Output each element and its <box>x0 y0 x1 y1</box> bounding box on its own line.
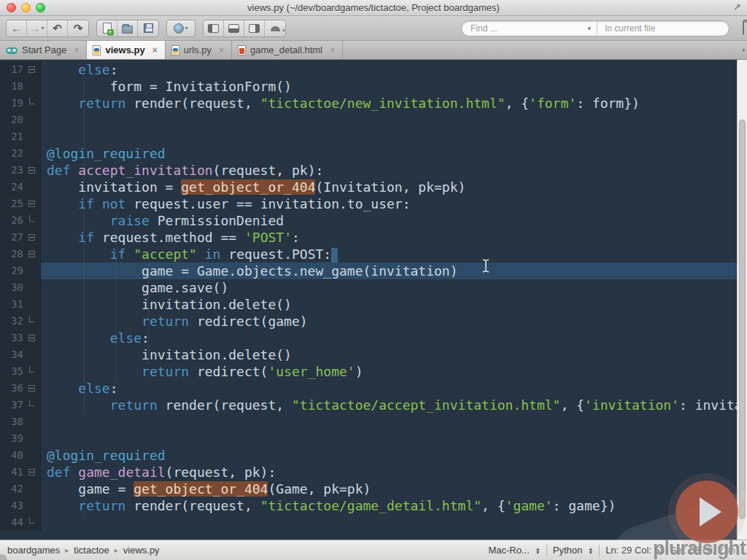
code-text[interactable]: def accept_invitation(request, pk): <box>41 162 737 179</box>
code-text[interactable]: if request.method == 'POST': <box>41 229 737 246</box>
code-text[interactable] <box>41 514 737 531</box>
code-text[interactable]: game = Game.objects.new_game(invitation) <box>41 262 737 279</box>
gutter[interactable]: 35 <box>0 363 41 380</box>
gutter[interactable]: 25 <box>0 195 41 212</box>
filetype-selector[interactable]: Python <box>553 545 582 556</box>
code-text[interactable]: return render(request, "tictactoe/accept… <box>41 397 737 413</box>
code-line[interactable]: 33 else: <box>0 330 737 346</box>
code-line[interactable]: 44 <box>0 514 737 531</box>
code-line[interactable]: 35 return redirect('user_home') <box>0 363 737 380</box>
gutter[interactable]: 22 <box>0 145 41 162</box>
open-button[interactable] <box>117 20 138 36</box>
gutter[interactable]: 29 <box>0 262 41 279</box>
gutter[interactable]: 44 <box>0 514 41 531</box>
tab-game-detail-html[interactable]: game_detail.html × <box>232 41 343 59</box>
scrollbar-track[interactable] <box>737 60 747 540</box>
find-scope-label[interactable]: In current file <box>597 23 655 34</box>
find-input[interactable]: Find ... ▾ <box>462 23 597 34</box>
code-area[interactable]: 17 else:18 form = InvitationForm()19 ret… <box>0 60 737 540</box>
stepper-icon[interactable]: ▲▼ <box>588 547 593 554</box>
code-text[interactable]: else: <box>41 61 737 78</box>
stepper-icon[interactable]: ▲▼ <box>535 547 541 554</box>
code-line[interactable]: 29 game = Game.objects.new_game(invitati… <box>0 262 737 279</box>
gutter[interactable]: 20 <box>0 112 41 128</box>
save-button[interactable] <box>138 20 158 36</box>
close-icon[interactable]: × <box>152 45 158 55</box>
gutter[interactable]: 36 <box>0 380 41 397</box>
hide-panels-button[interactable] <box>265 20 285 36</box>
open-in-browser-button[interactable]: ▾ <box>167 20 195 36</box>
gutter[interactable]: 28 <box>0 246 41 262</box>
scrollbar-thumb[interactable] <box>739 120 746 519</box>
code-editor[interactable]: 17 else:18 form = InvitationForm()19 ret… <box>0 60 747 540</box>
code-line[interactable]: 42 game = get_object_or_404(Game, pk=pk) <box>0 481 737 497</box>
code-text[interactable]: invitation = get_object_or_404(Invitatio… <box>41 179 737 195</box>
code-line[interactable]: 30 game.save() <box>0 279 737 296</box>
encoding-selector[interactable]: Mac-Ro... <box>488 545 529 556</box>
toggle-left-panel-button[interactable] <box>204 20 224 36</box>
gutter[interactable]: 19 <box>0 95 41 112</box>
redo-button[interactable]: ↷ <box>68 20 88 36</box>
gutter[interactable]: 18 <box>0 78 41 95</box>
code-text[interactable]: return render(request, "tictactoe/new_in… <box>41 95 737 112</box>
code-text[interactable]: return redirect('user_home') <box>41 363 737 380</box>
code-line[interactable]: 25 if not request.user == invitation.to_… <box>0 195 737 212</box>
code-text[interactable]: @login_required <box>41 447 737 464</box>
code-text[interactable]: invitation.delete() <box>41 346 737 363</box>
toggle-right-panel-button[interactable] <box>244 20 265 36</box>
code-line[interactable]: 43 return render(request, "tictactoe/gam… <box>0 497 737 514</box>
code-line[interactable]: 19 return render(request, "tictactoe/new… <box>0 95 737 112</box>
gutter[interactable]: 34 <box>0 346 41 363</box>
breadcrumb-item[interactable]: views.py <box>123 545 160 556</box>
gutter[interactable]: 24 <box>0 179 41 195</box>
toggle-bottom-panel-button[interactable] <box>224 20 244 36</box>
code-line[interactable]: 23def accept_invitation(request, pk): <box>0 162 737 179</box>
fold-marker[interactable] <box>23 251 39 257</box>
code-text[interactable]: else: <box>41 330 737 346</box>
code-text[interactable]: invitation.delete() <box>41 296 737 313</box>
undo-button[interactable]: ↶ <box>47 20 68 36</box>
code-line[interactable]: 24 invitation = get_object_or_404(Invita… <box>0 179 737 195</box>
code-line[interactable]: 18 form = InvitationForm() <box>0 78 737 95</box>
gutter[interactable]: 40 <box>0 447 41 464</box>
code-text[interactable]: raise PermissionDenied <box>41 212 737 229</box>
fold-marker[interactable] <box>23 469 39 475</box>
code-line[interactable]: 28 if "accept" in request.POST: <box>0 246 737 262</box>
breadcrumb-item[interactable]: tictactoe <box>74 545 109 556</box>
code-line[interactable]: 27 if request.method == 'POST': <box>0 229 737 246</box>
gutter[interactable]: 41 <box>0 464 41 481</box>
fold-marker[interactable] <box>23 234 39 241</box>
tab-views-py[interactable]: views.py × <box>87 41 165 59</box>
fold-marker[interactable] <box>23 167 39 174</box>
code-line[interactable]: 21 <box>0 128 737 145</box>
code-text[interactable]: if not request.user == invitation.to_use… <box>41 195 737 212</box>
code-line[interactable]: 20 <box>0 112 737 128</box>
code-text[interactable]: return render(request, "tictactoe/game_d… <box>41 497 737 514</box>
tab-urls-py[interactable]: urls.py × <box>166 41 232 59</box>
gutter[interactable]: 31 <box>0 296 41 313</box>
code-line[interactable]: 37 return render(request, "tictactoe/acc… <box>0 397 737 413</box>
code-text[interactable]: if "accept" in request.POST: <box>41 246 737 262</box>
code-line[interactable]: 22@login_required <box>0 145 737 162</box>
code-text[interactable]: else: <box>41 380 737 397</box>
close-icon[interactable]: × <box>74 45 79 55</box>
show-in-finder-button[interactable] <box>743 22 744 35</box>
fold-marker[interactable] <box>23 201 39 207</box>
caret-position[interactable]: Ln: 29 Col: 53 <box>605 545 665 556</box>
close-icon[interactable]: × <box>219 45 224 55</box>
gutter[interactable]: 23 <box>0 162 41 179</box>
back-button[interactable]: ← <box>7 20 27 36</box>
fullscreen-icon[interactable]: ↗ <box>733 1 741 12</box>
code-line[interactable]: 41def game_detail(request, pk): <box>0 464 737 481</box>
tab-start-page[interactable]: Start Page × <box>0 41 87 59</box>
code-text[interactable] <box>41 430 737 447</box>
code-text[interactable] <box>41 112 737 128</box>
code-line[interactable]: 26 raise PermissionDenied <box>0 212 737 229</box>
code-line[interactable]: 40@login_required <box>0 447 737 464</box>
gutter[interactable]: 39 <box>0 430 41 447</box>
gutter[interactable]: 32 <box>0 313 41 330</box>
forward-button[interactable]: →▾ <box>27 20 47 36</box>
code-text[interactable]: form = InvitationForm() <box>41 78 737 95</box>
fold-marker[interactable] <box>23 66 39 73</box>
code-text[interactable]: game.save() <box>41 279 737 296</box>
